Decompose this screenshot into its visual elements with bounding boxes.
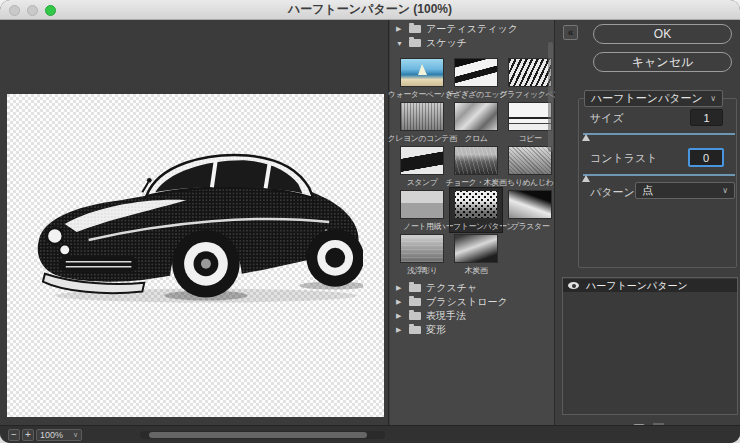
status-bar: − + 100% ∨ — [0, 425, 740, 443]
filter-thumb-bas-relief[interactable]: 浅浮彫り — [396, 232, 448, 276]
category-label: 表現手法 — [426, 309, 466, 323]
disclosure-triangle-icon[interactable]: ▼ — [396, 40, 404, 47]
filter-thumb-chrome[interactable]: クロム — [450, 100, 502, 144]
folder-icon — [409, 284, 421, 292]
horizontal-scrollbar-track[interactable] — [140, 431, 385, 439]
size-input[interactable]: 1 — [690, 109, 723, 126]
filter-thumb-stamp[interactable]: スタンプ — [396, 144, 448, 188]
category-label: アーティスティック — [426, 22, 518, 36]
folder-open-icon — [409, 39, 421, 47]
filter-thumb-charcoal[interactable]: 木炭画 — [450, 232, 502, 276]
disclosure-triangle-icon[interactable]: ▶ — [396, 25, 404, 33]
zoom-in-button[interactable]: + — [22, 429, 34, 441]
contrast-slider-thumb[interactable] — [582, 175, 590, 182]
contrast-slider[interactable] — [583, 174, 735, 176]
visibility-eye-icon[interactable] — [568, 282, 579, 289]
title-bar: ハーフトーンパターン (100%) — [0, 0, 740, 20]
pattern-type-dropdown[interactable]: 点 ∨ — [635, 182, 735, 199]
collapse-filter-panel-icon[interactable]: « — [563, 25, 578, 40]
folder-icon — [409, 25, 421, 33]
chevron-down-icon: ∨ — [722, 186, 728, 195]
torn-edges-thumbnail-image — [454, 58, 498, 87]
contrast-input[interactable]: 0 — [688, 148, 724, 167]
stamp-thumbnail-image — [400, 146, 444, 175]
effect-layers-panel: ハーフトーンパターン — [562, 277, 738, 415]
preview-pane — [0, 20, 389, 425]
category-label: テクスチャ — [426, 281, 477, 295]
category-brush-strokes[interactable]: ▶ ブラシストローク — [390, 295, 554, 309]
water-paper-thumbnail-image — [400, 58, 444, 87]
size-slider-thumb[interactable] — [582, 134, 590, 141]
ok-button[interactable]: OK — [593, 24, 732, 44]
filter-thumb-halftone-pattern[interactable]: ハーフトーンパターン — [450, 188, 502, 232]
contrast-label: コントラスト — [590, 151, 658, 166]
filter-thumb-plaster[interactable]: プラスター — [504, 188, 556, 232]
conte-crayon-thumbnail-image — [400, 102, 444, 131]
category-stylize[interactable]: ▶ 表現手法 — [390, 309, 554, 323]
zoom-window-icon[interactable] — [45, 5, 56, 16]
filter-thumb-torn-edges[interactable]: ぎざぎざのエッジ — [450, 56, 502, 100]
charcoal-thumbnail-image — [454, 234, 498, 263]
zoom-level-value: 100% — [40, 430, 63, 440]
close-window-icon[interactable] — [9, 5, 20, 16]
filter-thumb-conte-crayon[interactable]: クレヨンのコンテ画 — [396, 100, 448, 144]
category-label: ブラシストローク — [426, 295, 508, 309]
filter-select-dropdown[interactable]: ハーフトーンパターン ∨ — [584, 90, 723, 107]
chevron-down-icon: ∨ — [73, 431, 78, 439]
filter-select-value: ハーフトーンパターン — [591, 91, 703, 106]
settings-pane: « OK キャンセル ハーフトーンパターン ∨ サイズ 1 コントラスト 0 パ… — [555, 20, 740, 443]
category-label: 変形 — [426, 323, 446, 337]
disclosure-triangle-icon[interactable]: ▶ — [396, 284, 404, 292]
window-controls — [9, 5, 56, 16]
dialog-title: ハーフトーンパターン (100%) — [288, 1, 452, 18]
halftone-car-preview-image — [29, 144, 363, 308]
bas-relief-thumbnail-image — [400, 234, 444, 263]
size-label: サイズ — [590, 111, 624, 126]
effect-layer-row[interactable]: ハーフトーンパターン — [563, 279, 737, 292]
chalk-charcoal-thumbnail-image — [454, 146, 498, 175]
effect-layer-label: ハーフトーンパターン — [586, 279, 688, 293]
category-distort[interactable]: ▶ 変形 — [390, 323, 554, 337]
crepe-thumbnail-image — [508, 146, 552, 175]
photocopy-thumbnail-image — [508, 102, 552, 131]
disclosure-triangle-icon[interactable]: ▶ — [396, 326, 404, 334]
disclosure-triangle-icon[interactable]: ▶ — [396, 312, 404, 320]
minimize-window-icon[interactable] — [27, 5, 38, 16]
chrome-thumbnail-image — [454, 102, 498, 131]
size-slider[interactable] — [583, 133, 735, 135]
pattern-type-value: 点 — [642, 183, 653, 198]
category-sketch[interactable]: ▼ スケッチ — [390, 36, 554, 50]
filter-thumb-chalk-charcoal[interactable]: チョーク・木炭画 — [450, 144, 502, 188]
filter-list-pane: ▶ アーティスティック ▼ スケッチ ウォーターペーパー ぎざぎざのエッジ グラ — [390, 20, 555, 425]
graphic-pen-thumbnail-image — [508, 58, 552, 87]
category-texture[interactable]: ▶ テクスチャ — [390, 281, 554, 295]
disclosure-triangle-icon[interactable]: ▶ — [396, 298, 404, 306]
filter-list-scrollbar[interactable] — [548, 42, 553, 152]
category-label: スケッチ — [426, 36, 467, 50]
sketch-thumbnail-grid: ウォーターペーパー ぎざぎざのエッジ グラフィックペン クレヨンのコンテ画 クロ… — [396, 56, 554, 276]
image-canvas[interactable] — [7, 94, 384, 417]
folder-icon — [409, 312, 421, 320]
category-artistic[interactable]: ▶ アーティスティック — [390, 22, 554, 36]
halftone-pattern-thumbnail-image — [454, 190, 498, 219]
folder-icon — [409, 298, 421, 306]
chevron-down-icon: ∨ — [710, 94, 716, 103]
plaster-thumbnail-image — [508, 190, 552, 219]
cancel-button[interactable]: キャンセル — [593, 52, 732, 72]
filter-gallery-dialog: ハーフトーンパターン (100%) — [0, 0, 740, 443]
zoom-out-button[interactable]: − — [8, 429, 20, 441]
filter-thumb-water-paper[interactable]: ウォーターペーパー — [396, 56, 448, 100]
note-paper-thumbnail-image — [400, 190, 444, 219]
horizontal-scrollbar-thumb[interactable] — [149, 432, 367, 438]
zoom-level-dropdown[interactable]: 100% ∨ — [36, 429, 82, 441]
folder-icon — [409, 326, 421, 334]
